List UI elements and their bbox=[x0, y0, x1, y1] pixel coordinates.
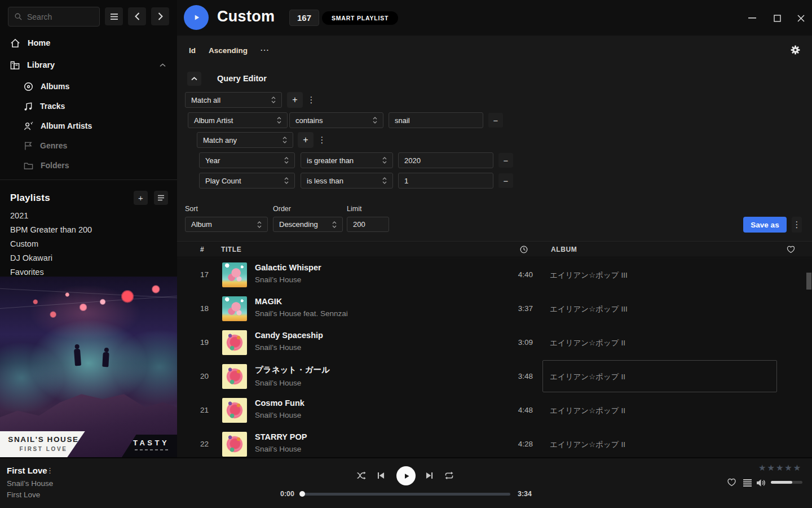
table-row[interactable]: 18 MAGIK Snail’s House feat. Sennzai 3:3… bbox=[177, 292, 812, 326]
rule-value-input[interactable] bbox=[404, 156, 487, 165]
volume-icon[interactable] bbox=[756, 479, 766, 487]
table-row[interactable]: 17 Galactic Whisper Snail’s House 4:40 エ… bbox=[177, 258, 812, 292]
window-minimize-button[interactable] bbox=[747, 12, 758, 24]
nav-back-button[interactable] bbox=[128, 7, 146, 25]
column-number[interactable]: # bbox=[200, 246, 204, 253]
sort-select[interactable]: Album bbox=[185, 217, 268, 232]
nav-forward-button[interactable] bbox=[151, 7, 169, 25]
shuffle-button[interactable] bbox=[356, 471, 367, 480]
track-artist[interactable]: Snail’s House bbox=[255, 343, 323, 352]
now-playing-menu-button[interactable]: ⋮ bbox=[46, 466, 54, 475]
menu-button[interactable] bbox=[105, 7, 123, 25]
playlist-item[interactable]: DJ Okawari bbox=[10, 251, 162, 265]
window-close-button[interactable] bbox=[795, 12, 806, 24]
query-editor-collapse-button[interactable] bbox=[187, 72, 201, 86]
track-title[interactable]: Candy Spaceship bbox=[255, 331, 323, 340]
search-input[interactable] bbox=[27, 12, 89, 21]
sidebar-item-library[interactable]: Library bbox=[0, 56, 177, 74]
track-title[interactable]: MAGIK bbox=[255, 297, 348, 306]
queue-icon[interactable] bbox=[743, 479, 752, 487]
track-artist[interactable]: Snail’s House bbox=[255, 275, 321, 284]
rule-field-select[interactable]: Album Artist bbox=[188, 112, 288, 128]
track-title[interactable]: Galactic Whisper bbox=[255, 263, 321, 272]
playlist-item[interactable]: 2021 bbox=[10, 208, 162, 222]
sidebar-item-tracks[interactable]: Tracks bbox=[0, 98, 177, 115]
rule-operator-select[interactable]: is greater than bbox=[301, 152, 393, 168]
remove-rule-button[interactable]: − bbox=[498, 173, 513, 188]
column-album[interactable]: ALBUM bbox=[551, 246, 577, 253]
playlist-item[interactable]: Custom bbox=[10, 237, 162, 251]
order-select[interactable]: Descending bbox=[273, 217, 343, 232]
column-title[interactable]: TITLE bbox=[221, 246, 241, 253]
group-menu-button[interactable]: ⋮ bbox=[307, 92, 316, 108]
sortbar-more-button[interactable]: ⋯ bbox=[260, 45, 270, 55]
play-pause-button[interactable] bbox=[396, 466, 416, 485]
sidebar-item-folders[interactable]: Folders bbox=[0, 157, 177, 174]
track-album[interactable]: エイリアン☆ポップ III bbox=[550, 270, 628, 281]
rating-stars[interactable]: ★★★★★ bbox=[758, 463, 802, 473]
save-menu-button[interactable]: ⋮ bbox=[792, 217, 802, 233]
volume-slider[interactable] bbox=[771, 481, 802, 484]
group-menu-button[interactable]: ⋮ bbox=[317, 132, 326, 148]
track-album[interactable]: エイリアン☆ポップ II bbox=[550, 440, 625, 450]
window-maximize-button[interactable] bbox=[771, 12, 783, 24]
track-artist[interactable]: Snail’s House bbox=[255, 445, 307, 453]
star-icon[interactable]: ★ bbox=[793, 463, 802, 472]
sidebar-item-album-artists[interactable]: Album Artists bbox=[0, 117, 177, 134]
match-select[interactable]: Match all bbox=[185, 92, 282, 108]
remove-rule-button[interactable]: − bbox=[498, 153, 513, 168]
chevron-up-icon[interactable] bbox=[160, 63, 166, 67]
rule-value-input[interactable] bbox=[404, 177, 487, 185]
table-row[interactable]: 22 STARRY POP Snail’s House 4:28 エイリアン☆ポ… bbox=[177, 427, 812, 457]
track-artist[interactable]: Snail’s House bbox=[255, 411, 304, 419]
remove-rule-button[interactable]: − bbox=[488, 113, 503, 128]
repeat-button[interactable] bbox=[444, 471, 454, 480]
rule-operator-select[interactable]: is less than bbox=[301, 173, 393, 189]
track-album[interactable]: エイリアン☆ポップ III bbox=[550, 304, 628, 314]
add-playlist-button[interactable]: + bbox=[134, 191, 148, 205]
track-album[interactable]: エイリアン☆ポップ II bbox=[550, 338, 625, 348]
search-box[interactable] bbox=[8, 7, 100, 27]
track-album[interactable]: エイリアン☆ポップ II bbox=[550, 406, 625, 416]
scrollbar-thumb[interactable] bbox=[806, 273, 811, 290]
star-icon[interactable]: ★ bbox=[758, 463, 767, 472]
table-row[interactable]: 21 Cosmo Funk Snail’s House 4:48 エイリアン☆ポ… bbox=[177, 393, 812, 427]
now-playing-title[interactable]: First Love bbox=[7, 466, 47, 475]
table-row[interactable]: 19 Candy Spaceship Snail’s House 3:09 エイ… bbox=[177, 326, 812, 360]
track-artist[interactable]: Snail’s House bbox=[255, 379, 330, 387]
sidebar-item-home[interactable]: Home bbox=[0, 34, 177, 52]
now-playing-artist[interactable]: Snail’s House bbox=[7, 479, 53, 488]
sort-field-button[interactable]: Id bbox=[189, 46, 196, 55]
sidebar-item-genres[interactable]: Genres bbox=[0, 137, 177, 154]
seek-knob[interactable] bbox=[299, 491, 305, 497]
play-playlist-button[interactable] bbox=[184, 5, 209, 30]
rule-field-select[interactable]: Year bbox=[199, 152, 295, 168]
track-title[interactable]: プラネット・ガール bbox=[255, 365, 330, 375]
star-icon[interactable]: ★ bbox=[776, 463, 784, 472]
rule-value-input[interactable] bbox=[395, 116, 477, 125]
now-playing-album[interactable]: First Love bbox=[7, 491, 40, 499]
star-icon[interactable]: ★ bbox=[767, 463, 775, 472]
previous-track-button[interactable] bbox=[377, 472, 385, 479]
track-artist[interactable]: Snail’s House feat. Sennzai bbox=[255, 309, 348, 318]
add-rule-button[interactable]: + bbox=[287, 92, 303, 108]
star-icon[interactable]: ★ bbox=[784, 463, 793, 472]
favorite-column-heart-icon[interactable] bbox=[787, 246, 795, 253]
match-select[interactable]: Match any bbox=[197, 132, 293, 148]
track-title[interactable]: STARRY POP bbox=[255, 432, 307, 441]
rule-field-select[interactable]: Play Count bbox=[199, 173, 295, 189]
next-track-button[interactable] bbox=[426, 472, 433, 479]
playlist-list-button[interactable] bbox=[154, 191, 168, 205]
limit-input[interactable] bbox=[353, 220, 383, 229]
playlist-item[interactable]: BPM Greater than 200 bbox=[10, 222, 162, 237]
gear-icon[interactable] bbox=[791, 45, 800, 55]
now-playing-album-art[interactable]: SNAIL'S HOUSE FIRST LOVE TASTY bbox=[0, 277, 177, 457]
seek-bar[interactable] bbox=[302, 493, 510, 496]
rule-operator-select[interactable]: contains bbox=[289, 112, 383, 128]
favorite-heart-icon[interactable] bbox=[727, 478, 736, 487]
table-row[interactable]: 20 プラネット・ガール Snail’s House 3:48 エイリアン☆ポッ… bbox=[177, 360, 812, 393]
duration-column-clock-icon[interactable] bbox=[520, 246, 528, 253]
sidebar-item-albums[interactable]: Albums bbox=[0, 78, 177, 95]
save-as-button[interactable]: Save as bbox=[743, 217, 787, 233]
track-title[interactable]: Cosmo Funk bbox=[255, 398, 304, 408]
